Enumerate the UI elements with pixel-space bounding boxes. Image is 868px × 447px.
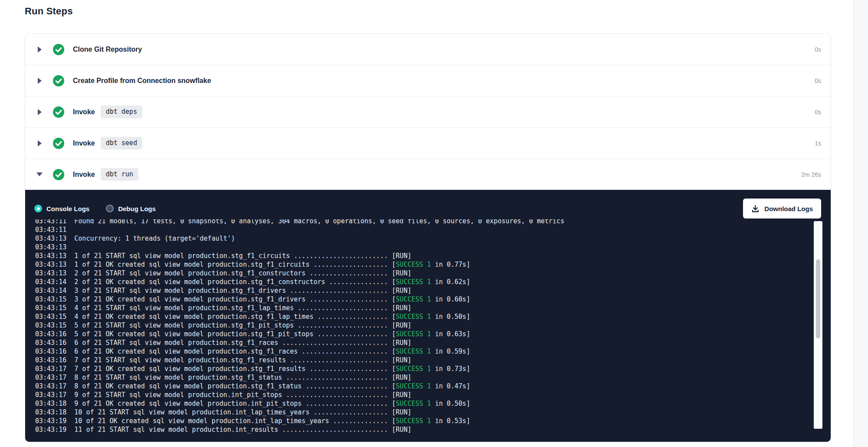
download-icon	[751, 205, 760, 213]
log-line: 03:43:15 4 of 21 OK created sql view mod…	[35, 312, 831, 321]
log-line: 03:43:19 10 of 21 OK created sql view mo…	[35, 417, 831, 425]
step-command-badge: dbt seed	[101, 137, 142, 149]
log-line: 03:43:16 6 of 21 OK created sql view mod…	[35, 347, 831, 356]
step-duration: 2m 26s	[801, 171, 821, 178]
log-line: 03:43:17 7 of 21 OK created sql view mod…	[35, 364, 831, 373]
page-title: Run Steps	[25, 6, 73, 17]
log-line: 03:43:16 7 of 21 START sql view model pr…	[35, 356, 831, 364]
steps-rows: Clone Git Repository 0s Create Profile f…	[25, 34, 831, 190]
run-steps-card: Clone Git Repository 0s Create Profile f…	[25, 33, 831, 442]
success-check-icon	[53, 44, 64, 55]
step-row-4[interactable]: Invoke dbt seed 1s	[25, 127, 831, 159]
step-duration: 0s	[815, 109, 821, 116]
success-check-icon	[53, 138, 64, 149]
step-row-2[interactable]: Create Profile from Connection snowflake…	[25, 65, 831, 96]
log-line: 03:43:18 10 of 21 START sql view model p…	[35, 408, 831, 417]
success-check-icon	[53, 75, 64, 86]
log-line: 03:43:13 1 of 21 START sql view model pr…	[35, 252, 831, 260]
log-line: 03:43:15 5 of 21 START sql view model pr…	[35, 321, 831, 330]
step-command-badge: dbt run	[101, 168, 138, 181]
radio-icon[interactable]	[34, 205, 42, 212]
step-row-3[interactable]: Invoke dbt deps 0s	[25, 96, 831, 127]
step-title: Invoke	[73, 171, 95, 179]
step-title: Invoke	[73, 139, 95, 147]
step-row-1[interactable]: Clone Git Repository 0s	[25, 34, 831, 65]
success-check-icon	[53, 169, 64, 180]
log-line: 03:43:13 Concurrency: 1 threads (target=…	[35, 234, 831, 243]
step-duration: 0s	[815, 46, 821, 53]
log-line: 03:43:16 6 of 21 START sql view model pr…	[35, 338, 831, 347]
expand-caret-icon[interactable]	[36, 172, 43, 176]
expand-caret-icon[interactable]	[36, 109, 43, 115]
step-command-badge: dbt deps	[101, 106, 142, 118]
step-title: Clone Git Repository	[73, 46, 142, 53]
step-duration: 1s	[815, 140, 821, 147]
radio-debug-logs[interactable]: Debug Logs	[106, 205, 156, 212]
log-line: 03:43:15 4 of 21 START sql view model pr…	[35, 304, 831, 312]
log-line: 03:43:19 11 of 21 START sql view model p…	[35, 425, 831, 434]
log-line: 03:43:17 9 of 21 START sql view model pr…	[35, 391, 831, 399]
step-title: Invoke	[73, 108, 95, 116]
step-title: Create Profile from Connection snowflake	[73, 77, 211, 85]
log-lines: 03:43:11 Found 21 models, 17 tests, 0 sn…	[35, 219, 831, 434]
download-logs-button[interactable]: Download Logs	[743, 199, 821, 219]
log-line: 03:43:17 8 of 21 START sql view model pr…	[35, 373, 831, 382]
log-line: 03:43:11	[35, 225, 831, 234]
success-check-icon	[53, 106, 64, 118]
step-duration: 0s	[815, 77, 821, 84]
log-line: 03:43:14 3 of 21 START sql view model pr…	[35, 286, 831, 295]
log-line: 03:43:13	[35, 243, 831, 252]
log-line: 03:43:14 2 of 21 OK created sql view mod…	[35, 278, 831, 286]
log-view-toggle: Console Logs Debug Logs	[34, 205, 156, 212]
log-scrollbar-track[interactable]	[814, 221, 822, 429]
log-line: 03:43:13 1 of 21 OK created sql view mod…	[35, 260, 831, 269]
console-panel: Console Logs Debug Logs Download Logs 03…	[25, 190, 831, 442]
expand-caret-icon[interactable]	[36, 46, 43, 53]
console-log-output[interactable]: 03:43:11 Found 21 models, 17 tests, 0 sn…	[25, 219, 831, 436]
log-line: 03:43:15 3 of 21 OK created sql view mod…	[35, 295, 831, 304]
log-scrollbar-thumb[interactable]	[816, 259, 820, 338]
right-gutter	[853, 0, 868, 447]
radio-icon[interactable]	[106, 205, 114, 212]
radio-label: Debug Logs	[118, 205, 156, 212]
expand-caret-icon[interactable]	[36, 78, 43, 84]
log-line: 03:43:11 Found 21 models, 17 tests, 0 sn…	[35, 219, 831, 225]
radio-console-logs[interactable]: Console Logs	[34, 205, 89, 212]
expand-caret-icon[interactable]	[36, 140, 43, 146]
download-logs-label: Download Logs	[764, 205, 813, 212]
log-line: 03:43:18 9 of 21 OK created sql view mod…	[35, 399, 831, 408]
step-row-5[interactable]: Invoke dbt run 2m 26s	[25, 159, 831, 190]
log-line: 03:43:16 5 of 21 OK created sql view mod…	[35, 330, 831, 338]
log-line: 03:43:17 8 of 21 OK created sql view mod…	[35, 382, 831, 391]
radio-label: Console Logs	[46, 205, 89, 212]
log-line: 03:43:13 2 of 21 START sql view model pr…	[35, 269, 831, 278]
